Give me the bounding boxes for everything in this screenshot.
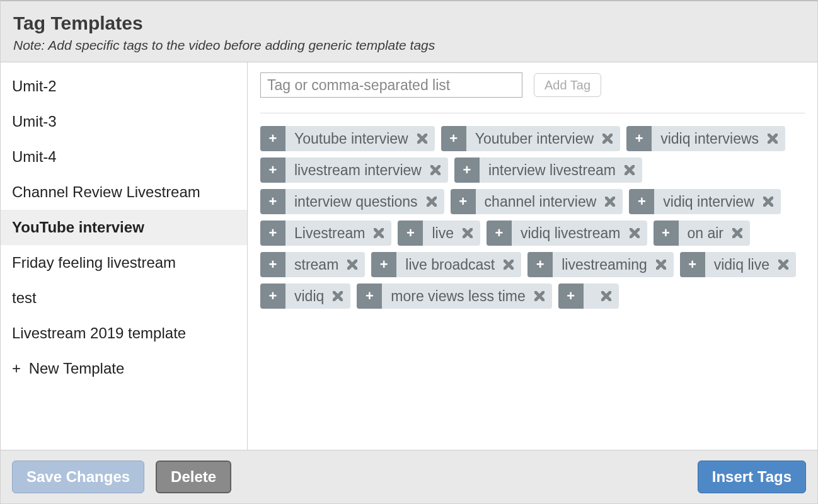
- tag-pill: +vidiq live: [680, 252, 796, 277]
- sidebar-item-template[interactable]: Umit-2: [1, 69, 247, 104]
- sidebar-item-template[interactable]: Livestream 2019 template: [1, 316, 247, 351]
- tag-label: Youtube interview: [285, 126, 416, 151]
- tag-add-button[interactable]: +: [441, 126, 466, 151]
- close-icon: [374, 228, 384, 238]
- close-icon: [768, 134, 778, 144]
- tag-add-button[interactable]: +: [260, 126, 285, 151]
- tag-add-button[interactable]: +: [260, 284, 285, 309]
- save-changes-button[interactable]: Save Changes: [12, 461, 144, 493]
- plus-icon: +: [567, 288, 575, 304]
- tag-pill: +vidiq livestream: [487, 220, 647, 246]
- panel-footer: Save Changes Delete Insert Tags: [1, 450, 817, 503]
- tag-label: more views less time: [382, 284, 533, 309]
- tag-remove-button[interactable]: [628, 220, 647, 246]
- plus-icon: +: [495, 225, 504, 241]
- tag-remove-button[interactable]: [777, 252, 796, 277]
- plus-icon: +: [662, 225, 670, 241]
- close-icon: [417, 134, 427, 144]
- plus-icon: +: [638, 193, 646, 210]
- tag-label: vidiq livestream: [512, 220, 628, 246]
- tag-remove-button[interactable]: [600, 284, 619, 309]
- template-editor-main: Add Tag +Youtube interview+Youtuber inte…: [248, 62, 817, 450]
- tag-remove-button[interactable]: [346, 252, 365, 277]
- tag-remove-button[interactable]: [766, 126, 785, 151]
- tag-remove-button[interactable]: [372, 220, 391, 246]
- tag-add-button[interactable]: +: [629, 189, 654, 214]
- tag-remove-button[interactable]: [601, 126, 620, 151]
- tag-remove-button[interactable]: [429, 158, 448, 183]
- tag-remove-button[interactable]: [623, 158, 642, 183]
- tag-remove-button[interactable]: [461, 220, 480, 246]
- tag-pill: +: [558, 284, 619, 309]
- tag-remove-button[interactable]: [416, 126, 435, 151]
- tag-pill: +stream: [260, 252, 365, 277]
- tag-remove-button[interactable]: [604, 189, 623, 214]
- tag-add-button[interactable]: +: [558, 284, 584, 309]
- sidebar-item-template[interactable]: Umit-3: [1, 104, 247, 139]
- tag-label: Livestream: [285, 220, 372, 246]
- tag-remove-button[interactable]: [331, 284, 350, 309]
- tag-add-button[interactable]: +: [527, 252, 553, 277]
- tag-label: interview questions: [285, 189, 425, 214]
- tag-add-button[interactable]: +: [371, 252, 396, 277]
- plus-icon: +: [380, 256, 388, 273]
- tag-pill: +channel interview: [451, 189, 623, 214]
- new-template-button[interactable]: + New Template: [1, 351, 247, 386]
- plus-icon: +: [635, 130, 643, 147]
- tag-add-button[interactable]: +: [626, 126, 652, 151]
- tag-label: on air: [679, 220, 732, 246]
- tag-pill: +vidiq interviews: [626, 126, 785, 151]
- add-tag-button[interactable]: Add Tag: [534, 73, 601, 97]
- sidebar-item-template[interactable]: Umit-4: [1, 139, 247, 175]
- template-list-sidebar: Umit-2Umit-3Umit-4Channel Review Livestr…: [1, 62, 248, 450]
- tag-label: vidiq interview: [654, 189, 761, 214]
- close-icon: [630, 228, 640, 238]
- tag-add-button[interactable]: +: [357, 284, 382, 309]
- tag-add-button[interactable]: +: [451, 189, 476, 214]
- tag-input[interactable]: [260, 72, 522, 98]
- tag-templates-panel: Tag Templates Note: Add specific tags to…: [0, 0, 818, 504]
- plus-icon: +: [449, 130, 458, 147]
- tag-label: livestream interview: [285, 158, 429, 183]
- tag-remove-button[interactable]: [533, 284, 552, 309]
- plus-icon: +: [269, 162, 277, 178]
- sidebar-item-template[interactable]: YouTube interview: [1, 210, 247, 245]
- tag-add-button[interactable]: +: [454, 158, 480, 183]
- tag-pill: +vidiq interview: [629, 189, 780, 214]
- delete-button[interactable]: Delete: [156, 461, 231, 493]
- plus-icon: +: [269, 288, 277, 304]
- tag-pill: +Livestream: [260, 220, 391, 246]
- tag-label: vidiq interviews: [652, 126, 766, 151]
- close-icon: [656, 260, 666, 270]
- plus-icon: +: [366, 288, 374, 304]
- sidebar-item-template[interactable]: test: [1, 280, 247, 316]
- tag-remove-button[interactable]: [425, 189, 444, 214]
- tag-add-button[interactable]: +: [260, 220, 285, 246]
- plus-icon: +: [269, 130, 277, 147]
- tag-pill: +on air: [654, 220, 751, 246]
- close-icon: [333, 291, 343, 301]
- close-icon: [347, 260, 357, 270]
- tag-label: livestreaming: [553, 252, 655, 277]
- tag-add-button[interactable]: +: [260, 252, 285, 277]
- tag-remove-button[interactable]: [502, 252, 521, 277]
- tag-add-button[interactable]: +: [398, 220, 423, 246]
- close-icon: [732, 228, 742, 238]
- sidebar-item-template[interactable]: Channel Review Livestream: [1, 175, 247, 210]
- insert-tags-button[interactable]: Insert Tags: [698, 461, 806, 493]
- tag-label: vidiq live: [705, 252, 777, 277]
- tag-remove-button[interactable]: [731, 220, 750, 246]
- tag-add-button[interactable]: +: [487, 220, 512, 246]
- plus-icon: +: [463, 162, 471, 178]
- divider: [260, 113, 805, 113]
- tag-label: Youtuber interview: [466, 126, 601, 151]
- tag-pill: +interview questions: [260, 189, 444, 214]
- tag-add-button[interactable]: +: [260, 189, 285, 214]
- tag-remove-button[interactable]: [762, 189, 781, 214]
- tag-remove-button[interactable]: [655, 252, 674, 277]
- tag-add-button[interactable]: +: [680, 252, 705, 277]
- tag-add-button[interactable]: +: [260, 158, 285, 183]
- tag-add-button[interactable]: +: [654, 220, 679, 246]
- sidebar-item-template[interactable]: Friday feeling livestream: [1, 245, 247, 280]
- tag-list: +Youtube interview+Youtuber interview+vi…: [260, 126, 805, 309]
